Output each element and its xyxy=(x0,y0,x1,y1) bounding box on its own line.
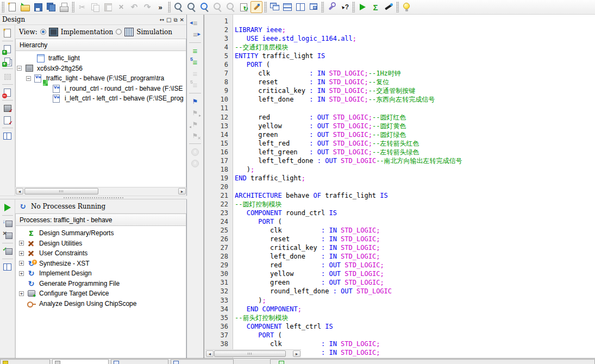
bottom-tab-1[interactable] xyxy=(0,359,50,364)
window-tile-horizontal-icon[interactable] xyxy=(281,1,293,13)
design-summary-icon[interactable] xyxy=(369,1,381,13)
tree-item[interactable]: +Synthesize - XST xyxy=(16,259,186,269)
context-help-icon[interactable] xyxy=(339,1,350,13)
code-line[interactable]: 24 PORT ( xyxy=(204,217,595,226)
code-line[interactable]: 20 xyxy=(204,183,595,191)
zoom-out-icon[interactable] xyxy=(185,1,197,13)
code-editor[interactable]: 12LIBRARY ieee;3 USE ieee.std_logic_1164… xyxy=(204,15,595,358)
tree-item[interactable]: +Configure Target Device xyxy=(16,288,186,299)
expander-icon[interactable]: + xyxy=(19,291,24,296)
tree-item[interactable]: i_round_ctrl - round_ctrl - behave (F:\I… xyxy=(16,84,186,94)
float-icon[interactable] xyxy=(173,17,177,23)
save-all-icon[interactable] xyxy=(45,1,57,13)
simulation-radio[interactable] xyxy=(116,29,122,35)
toolbar-overflow-icon[interactable] xyxy=(154,1,166,13)
expander-icon[interactable]: + xyxy=(19,241,24,246)
window-float-icon[interactable] xyxy=(308,1,320,13)
view-columns-icon[interactable] xyxy=(2,261,13,272)
expander-icon[interactable]: + xyxy=(19,271,24,276)
tree-item[interactable]: Design Summary/Reports xyxy=(16,228,186,239)
tree-item[interactable]: Analyze Design Using ChipScope xyxy=(16,299,186,309)
code-line[interactable]: 5ENTITY traffic_light IS xyxy=(204,52,595,60)
code-line[interactable]: 4--交通灯顶层模块 xyxy=(204,43,595,52)
print-icon[interactable] xyxy=(58,1,70,13)
code-line[interactable]: 11 xyxy=(204,104,595,112)
scroll-left-arrow-icon[interactable]: ◂ xyxy=(206,350,214,357)
rerun-all-icon[interactable] xyxy=(2,246,13,256)
scrollbar-thumb[interactable] xyxy=(214,350,286,357)
zoom-full-view-icon[interactable] xyxy=(198,1,210,13)
hierarchy-tree[interactable]: traffic_light−xc6slx9-2ftg256−traffic_li… xyxy=(15,51,186,187)
refresh-icon[interactable] xyxy=(237,1,249,13)
wand-icon[interactable] xyxy=(250,1,262,13)
toggle-bookmark-icon[interactable] xyxy=(189,96,201,106)
code-line[interactable]: 31 green : OUT STD_LOGIC; xyxy=(204,278,595,287)
code-line[interactable]: 16 left_green : OUT STD_LOGIC;--左转箭头绿色 xyxy=(204,148,595,156)
analyze-telescope-icon[interactable] xyxy=(383,1,394,13)
tree-item[interactable]: i_left_ctrl - left_ctrl - behave (F:\ISE… xyxy=(16,93,186,104)
close-icon[interactable] xyxy=(180,17,184,23)
hint-bulb-icon[interactable] xyxy=(400,1,412,13)
shift-right-icon[interactable] xyxy=(189,29,201,40)
code-line[interactable]: 29 red : OUT STD_LOGIC; xyxy=(204,261,595,269)
code-line[interactable]: 2LIBRARY ieee; xyxy=(204,26,595,34)
tree-item[interactable]: +User Constraints xyxy=(16,248,186,259)
code-line[interactable]: 28 left_done : IN STD_LOGIC; xyxy=(204,252,595,261)
code-area[interactable]: 12LIBRARY ieee;3 USE ieee.std_logic_1164… xyxy=(204,17,595,357)
remove-source-icon[interactable] xyxy=(2,87,13,98)
implementation-radio[interactable] xyxy=(40,29,46,35)
new-document-icon[interactable] xyxy=(6,1,18,13)
code-line[interactable]: 3 USE ieee.std_logic_1164.all; xyxy=(204,34,595,43)
console-tab-area[interactable] xyxy=(270,359,595,364)
scroll-right-arrow-icon[interactable]: ▸ xyxy=(293,350,300,357)
code-line[interactable]: 36 COMPONENT left_ctrl IS xyxy=(204,322,595,331)
rerun-process-icon[interactable] xyxy=(2,218,13,229)
window-cascade-icon[interactable] xyxy=(268,1,280,13)
open-project-icon[interactable] xyxy=(19,1,31,13)
code-line[interactable]: 17 left_left_done : OUT STD_LOGIC--南北方向输… xyxy=(204,156,595,165)
editor-hscrollbar[interactable]: ◂ ▸ xyxy=(205,349,301,357)
scroll-left-arrow-icon[interactable]: ◂ xyxy=(16,188,23,194)
code-line[interactable]: 27 critical_key : IN STD_LOGIC; xyxy=(204,243,595,252)
code-line[interactable]: 22--圆灯控制模块 xyxy=(204,200,595,209)
save-icon[interactable] xyxy=(32,1,44,13)
chip-report-icon[interactable] xyxy=(2,103,13,114)
code-line[interactable]: 34 END COMPONENT; xyxy=(204,305,595,313)
code-line[interactable]: 26 reset : IN STD_LOGIC; xyxy=(204,235,595,243)
expander-icon[interactable]: − xyxy=(26,76,31,81)
add-source-icon[interactable] xyxy=(2,43,13,54)
dock-icon[interactable] xyxy=(160,17,164,23)
tree-item[interactable]: −xc6slx9-2ftg256 xyxy=(16,64,186,74)
code-line[interactable]: 38 clk : IN STD_LOGIC; xyxy=(204,340,595,348)
processes-tree[interactable]: Design Summary/Reports+Design Utilities+… xyxy=(15,226,186,358)
code-line[interactable]: 6 PORT ( xyxy=(204,60,595,69)
zoom-in-icon[interactable] xyxy=(172,1,184,13)
expander-icon[interactable]: + xyxy=(19,251,24,256)
stop-process-icon[interactable] xyxy=(2,230,13,241)
scroll-right-arrow-icon[interactable]: ▸ xyxy=(178,188,186,194)
code-line[interactable]: 37 PORT ( xyxy=(204,331,595,340)
tree-item[interactable]: traffic_light xyxy=(16,53,186,64)
panel-splitter[interactable] xyxy=(0,196,187,199)
file-properties-icon[interactable] xyxy=(2,115,13,125)
code-line[interactable]: 18 ); xyxy=(204,165,595,174)
expander-icon[interactable]: − xyxy=(17,66,22,71)
code-line[interactable]: 9 critical_key : IN STD_LOGIC;--交通管制按键 xyxy=(204,86,595,95)
view-columns-icon[interactable] xyxy=(2,130,13,141)
code-line[interactable]: 10 left_done : IN STD_LOGIC;--东西向左转完成信号 xyxy=(204,95,595,104)
code-line[interactable]: 8 reset : IN STD_LOGIC;--复位 xyxy=(204,78,595,86)
bottom-tab-2[interactable] xyxy=(52,359,109,364)
scrollbar-thumb[interactable] xyxy=(24,188,98,194)
shift-left-icon[interactable] xyxy=(189,18,201,28)
tree-item[interactable]: −traffic_light - behave (F:\ISE_program\… xyxy=(16,73,186,84)
code-line[interactable]: 12 red : OUT STD_LOGIC;--圆灯红色 xyxy=(204,113,595,122)
code-line[interactable]: 21ARCHITECTURE behave OF traffic_light I… xyxy=(204,191,595,200)
code-line[interactable]: 35--箭头灯控制模块 xyxy=(204,313,595,322)
run-process-icon[interactable] xyxy=(2,202,13,213)
bottom-tab-3[interactable] xyxy=(111,359,168,364)
code-line[interactable]: 33 ); xyxy=(204,296,595,305)
code-line[interactable]: 30 yellow : OUT STD_LOGIC; xyxy=(204,269,595,278)
window-tile-vertical-icon[interactable] xyxy=(295,1,306,13)
tree-item[interactable]: +Design Utilities xyxy=(16,239,186,249)
code-line[interactable]: 32 round_left_done : OUT STD_LOGIC xyxy=(204,287,595,296)
